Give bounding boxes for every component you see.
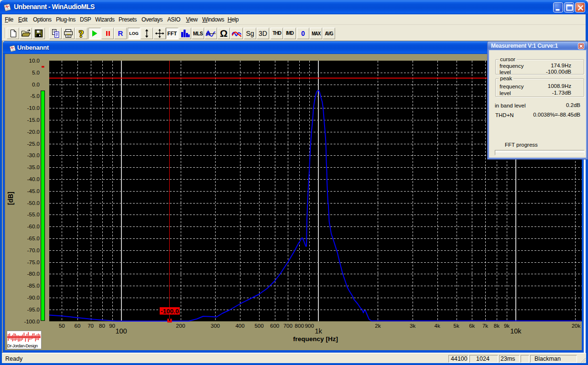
svg-text:-75.0: -75.0 [27,259,40,265]
svg-text:80: 80 [99,323,105,329]
svg-text:-5.0: -5.0 [30,93,40,99]
svg-text:-100.0: -100.0 [161,308,179,315]
svg-text:70: 70 [87,323,94,329]
svg-text:10k: 10k [510,327,522,335]
svg-text:-45.0: -45.0 [27,188,40,194]
svg-text:-100.0: -100.0 [24,319,40,324]
svg-text:0.0: 0.0 [32,82,40,87]
svg-text:[dB]: [dB] [7,192,14,205]
svg-text:-50.0: -50.0 [27,200,40,206]
svg-text:4k: 4k [435,323,440,329]
svg-text:9k: 9k [504,323,510,329]
svg-text:900: 900 [305,323,314,329]
svg-text:8k: 8k [494,323,500,329]
svg-text:10.0: 10.0 [29,58,40,64]
svg-text:-80.0: -80.0 [27,271,40,277]
svg-text:-60.0: -60.0 [27,224,40,229]
svg-text:6k: 6k [469,323,475,329]
svg-text:5k: 5k [454,323,459,329]
svg-text:400: 400 [235,323,244,329]
svg-text:90: 90 [109,323,115,329]
svg-text:-95.0: -95.0 [27,307,40,312]
svg-text:500: 500 [254,323,263,329]
svg-text:100: 100 [115,327,127,335]
svg-text:2k: 2k [375,323,381,329]
svg-text:-30.0: -30.0 [27,152,40,158]
svg-text:50: 50 [59,323,65,329]
svg-text:7k: 7k [482,323,488,329]
svg-text:-55.0: -55.0 [27,212,40,217]
svg-text:frequency [Hz]: frequency [Hz] [293,335,338,343]
svg-text:-15.0: -15.0 [27,117,40,123]
svg-text:800: 800 [295,323,304,329]
svg-text:20k: 20k [572,323,581,329]
svg-text:5.0: 5.0 [32,70,40,75]
svg-text:300: 300 [211,323,220,329]
svg-text:-70.0: -70.0 [27,247,40,253]
svg-text:-90.0: -90.0 [27,295,40,301]
svg-text:-65.0: -65.0 [27,236,40,241]
svg-text:200: 200 [176,323,185,329]
svg-text:700: 700 [283,323,293,329]
svg-text:3k: 3k [410,323,415,329]
svg-text:-35.0: -35.0 [27,164,40,170]
svg-text:-40.0: -40.0 [27,176,40,182]
svg-text:60: 60 [75,323,81,329]
svg-text:-10.0: -10.0 [27,105,40,111]
svg-text:-25.0: -25.0 [27,141,40,147]
svg-text:600: 600 [270,323,279,329]
svg-text:1k: 1k [315,327,323,335]
svg-text:-20.0: -20.0 [27,129,40,135]
svg-text:-85.0: -85.0 [27,283,40,289]
